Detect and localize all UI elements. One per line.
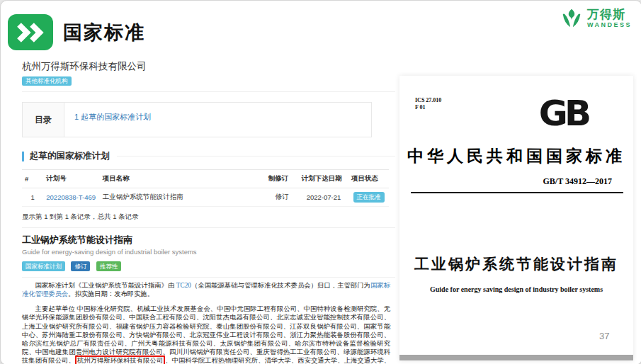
plan-number-link[interactable]: 20220838-T-469 (46, 193, 96, 201)
cell-index: 1 (22, 188, 43, 207)
gb-rule (411, 192, 623, 193)
company-name: 杭州万得斯环保科技有限公司 (22, 60, 395, 73)
badge-recommended: 推荐性 (96, 261, 122, 271)
paragraph-plan-info: 国家标准计划《工业锅炉系统节能设计指南》由 TC20（全国能源基础与管理标准化技… (22, 281, 390, 298)
toc-label: 目录 (23, 103, 64, 137)
standards-page-capture: 杭州万得斯环保科技有限公司 其他标准化机构 目录 1 起草的国家标准计划 起草的… (22, 60, 395, 364)
gb-doc-title: 工业锅炉系统节能设计指南 (399, 254, 633, 274)
p1-text-2: （全国能源基础与管理标准化技术委员会）归口，主管部门为 (191, 282, 370, 289)
plans-table: # 计划号 项目名称 制修订 计划下达日期 项目状态 1 20220838-T-… (22, 169, 389, 207)
gb-doc-title-en: Guide for energy saving design of indust… (399, 285, 633, 293)
ics-code: ICS 27.010 F 01 (415, 97, 441, 111)
org-profile: 杭州万得斯环保科技有限公司 其他标准化机构 (22, 60, 395, 92)
cell-revision: 修订 (266, 188, 299, 207)
cell-name: 工业锅炉系统节能设计指南 (100, 188, 266, 207)
ics-line: ICS 27.010 (415, 97, 441, 104)
gb-code: GB/T 34912—2017 (543, 176, 612, 187)
cell-status: 正在批准 (348, 188, 389, 207)
standard-title-en: Guide for energy-saving design of indust… (22, 248, 395, 256)
document-bottom-edge (399, 355, 633, 360)
col-index: # (22, 170, 43, 188)
org-type-badge: 其他标准化机构 (22, 76, 72, 86)
p1-text-1: 国家标准计划《工业锅炉系统节能设计指南》由 (35, 282, 176, 289)
f-line: F 01 (415, 104, 441, 111)
wandess-leaf-icon (560, 6, 584, 30)
brand-text: 万得斯 WANDESS (587, 8, 632, 28)
section-rule (117, 156, 396, 157)
highlighted-company: 杭州万得斯环保科技有限公司 (75, 356, 166, 364)
standard-title: 工业锅炉系统节能设计指南 (22, 234, 395, 246)
col-revision: 制修订 (266, 170, 299, 188)
status-badge: 正在批准 (353, 192, 385, 203)
gb-logo: GB (539, 94, 588, 132)
col-name: 项目名称 (100, 170, 266, 188)
standard-badges: 国家标准计划 修订 推荐性 (22, 258, 395, 278)
col-date: 计划下达日期 (299, 170, 348, 188)
chevrons-glyph (16, 23, 45, 42)
section-title: 起草的国家标准计划 (30, 150, 110, 162)
brand-name-en: WANDESS (587, 22, 632, 28)
cell-date: 2022-07-21 (299, 188, 348, 207)
toc-body: 1 起草的国家标准计划 (64, 103, 371, 137)
badge-national-plan: 国家标准计划 (22, 261, 65, 271)
double-chevron-icon (8, 14, 53, 50)
gb-heading: 中华人民共和国国家标准 (399, 145, 633, 167)
section-header: 起草的国家标准计划 (22, 150, 395, 162)
badge-revision: 修订 (71, 261, 90, 271)
paragraph-drafting-units: 主要起草单位 中国标准化研究院、机械工业技术发展基金会、中国中元国际工程有限公司… (22, 305, 390, 364)
table-header-row: # 计划号 项目名称 制修订 计划下达日期 项目状态 (22, 170, 389, 188)
tc20-link[interactable]: TC20 (176, 282, 191, 289)
col-plan-no: 计划号 (43, 170, 99, 188)
cell-plan-no: 20220838-T-469 (43, 188, 99, 207)
p1-text-3: 。拟实施日期：发布即实施。 (68, 290, 154, 297)
standard-detail: 工业锅炉系统节能设计指南 Guide for energy-saving des… (22, 234, 395, 278)
page-title: 国家标准 (63, 20, 145, 45)
toc-box: 目录 1 起草的国家标准计划 (22, 102, 372, 137)
brand-logo: 万得斯 WANDESS (560, 6, 632, 30)
col-status: 项目状态 (348, 170, 389, 188)
slide-page-number: 37 (599, 331, 609, 341)
brand-name-cn: 万得斯 (587, 8, 632, 21)
slide: 国家标准 万得斯 WANDESS 杭州万得斯环保科技有限公司 其他标准化机构 目… (0, 0, 641, 364)
section-accent-bar (22, 152, 24, 161)
toc-link-drafted-plans[interactable]: 1 起草的国家标准计划 (74, 113, 151, 121)
table-record-summary: 显示第 1 到第 1 条记录，总共 1 条记录 (22, 212, 395, 228)
gb-standard-cover: ICS 27.010 F 01 GB 中华人民共和国国家标准 GB/T 3491… (399, 76, 633, 360)
table-row: 1 20220838-T-469 工业锅炉系统节能设计指南 修订 2022-07… (22, 188, 389, 207)
